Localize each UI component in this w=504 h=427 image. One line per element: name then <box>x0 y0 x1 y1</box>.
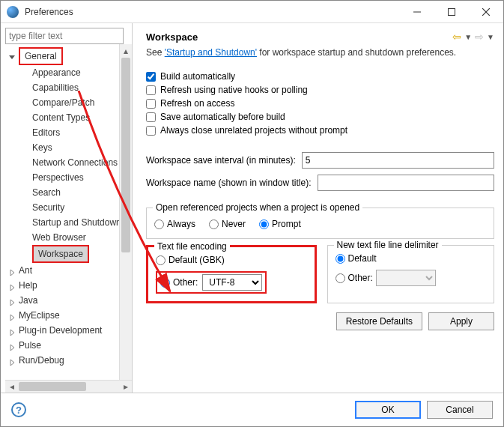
checkbox[interactable] <box>146 112 156 122</box>
filter-input[interactable] <box>5 28 124 44</box>
encoding-default-radio[interactable]: Default (GBK) <box>156 255 307 265</box>
tree-item[interactable]: Web Browser <box>22 230 132 245</box>
open-referenced-title: Open referenced projects when a project … <box>153 202 362 213</box>
encoding-other-row: Other: UTF-8 <box>156 271 267 294</box>
caret-right-icon[interactable] <box>8 326 16 333</box>
caret-right-icon[interactable] <box>8 266 16 273</box>
forward-icon[interactable]: ⇨ <box>475 31 484 43</box>
close-button[interactable] <box>469 1 503 22</box>
startup-shutdown-link[interactable]: 'Startup and Shutdown' <box>165 47 257 58</box>
scroll-thumb[interactable] <box>121 58 130 252</box>
tree-item[interactable]: Ant <box>8 263 132 278</box>
delimiter-group: New text file line delimiter Default Oth… <box>327 245 495 303</box>
caret-right-icon[interactable] <box>8 281 16 288</box>
window-title: Preferences <box>25 7 400 17</box>
back-menu-icon[interactable]: ▼ <box>464 33 472 41</box>
scroll-up-icon[interactable]: ▴ <box>120 44 132 57</box>
svg-rect-1 <box>449 8 455 15</box>
page-title: Workspace <box>146 31 452 43</box>
back-icon[interactable]: ⇦ <box>452 31 461 43</box>
tree-item[interactable]: Pulse <box>8 338 132 353</box>
tree-item[interactable]: Startup and Shutdown <box>22 215 132 230</box>
nav-arrows: ⇦ ▼ ⇨ ▼ <box>452 31 494 43</box>
workspace-name-input[interactable] <box>318 175 494 191</box>
dialog-body: GeneralAppearanceCapabilitiesCompare/Pat… <box>1 23 503 393</box>
tree-item[interactable]: General <box>8 47 132 65</box>
help-icon[interactable]: ? <box>11 402 26 417</box>
encoding-combo[interactable]: UTF-8 <box>202 274 262 291</box>
checkbox-row[interactable]: Refresh on access <box>146 98 494 109</box>
tree-item[interactable]: Help <box>8 278 132 293</box>
titlebar[interactable]: Preferences <box>1 1 503 23</box>
minimize-button[interactable] <box>400 1 434 22</box>
caret-right-icon[interactable] <box>8 356 16 363</box>
apply-button[interactable]: Apply <box>428 312 494 330</box>
tree-item[interactable]: Search <box>22 185 132 200</box>
tree-item[interactable]: Perspectives <box>22 170 132 185</box>
encoding-group: Text file encoding Default (GBK) Other: … <box>146 245 317 303</box>
forward-menu-icon[interactable]: ▼ <box>487 33 494 41</box>
vertical-scrollbar[interactable]: ▴ ▾ <box>119 44 132 393</box>
checkbox-row[interactable]: Refresh using native hooks or polling <box>146 85 494 95</box>
radio-option[interactable]: Always <box>154 219 195 229</box>
tree-item[interactable]: MyEclipse <box>8 308 132 323</box>
delimiter-other-radio[interactable]: Other: <box>336 270 487 286</box>
preferences-tree[interactable]: GeneralAppearanceCapabilitiesCompare/Pat… <box>5 47 132 368</box>
encoding-title: Text file encoding <box>154 241 230 252</box>
tree-item[interactable]: Appearance <box>22 65 132 80</box>
tree-item[interactable]: Workspace <box>22 245 132 263</box>
encoding-other-radio[interactable]: Other: <box>160 277 198 288</box>
preferences-window: Preferences GeneralAppearanceCapabilitie… <box>0 0 504 427</box>
radio-option[interactable]: Never <box>209 219 246 229</box>
checkbox[interactable] <box>146 126 156 136</box>
tree-item[interactable]: Java <box>8 293 132 308</box>
open-referenced-group: Open referenced projects when a project … <box>146 208 494 239</box>
caret-down-icon[interactable] <box>8 50 16 58</box>
checkbox[interactable] <box>146 99 156 109</box>
tree-item[interactable]: Network Connections <box>22 155 132 170</box>
tree-item[interactable]: Security <box>22 200 132 215</box>
delimiter-default-radio[interactable]: Default <box>336 253 487 264</box>
description: See 'Startup and Shutdown' for workspace… <box>146 47 494 58</box>
save-interval-input[interactable] <box>302 152 494 169</box>
delimiter-title: New text file line delimiter <box>334 240 442 250</box>
tree-wrap: GeneralAppearanceCapabilitiesCompare/Pat… <box>5 47 132 380</box>
window-controls <box>400 1 503 22</box>
app-icon <box>7 6 19 18</box>
maximize-button[interactable] <box>434 1 469 22</box>
footer: ? OK Cancel <box>1 393 503 426</box>
tree-item[interactable]: Content Types <box>22 110 132 125</box>
restore-defaults-button[interactable]: Restore Defaults <box>336 312 422 330</box>
scroll-thumb-h[interactable] <box>19 382 86 391</box>
checkbox-row[interactable]: Save automatically before build <box>146 112 494 122</box>
caret-right-icon[interactable] <box>8 296 16 303</box>
tree-item[interactable]: Capabilities <box>22 80 132 95</box>
save-interval-label: Workspace save interval (in minutes): <box>146 155 296 166</box>
tree-item[interactable]: Plug-in Development <box>8 323 132 338</box>
horizontal-scrollbar[interactable]: ◂ ▸ <box>5 380 132 393</box>
checkbox-group: Build automaticallyRefresh using native … <box>146 71 494 139</box>
open-referenced-radios: AlwaysNeverPrompt <box>154 219 486 229</box>
delimiter-combo <box>376 270 436 286</box>
tree-item[interactable]: Editors <box>22 125 132 140</box>
scroll-left-icon[interactable]: ◂ <box>5 381 18 393</box>
scroll-right-icon[interactable]: ▸ <box>119 381 132 393</box>
checkbox-row[interactable]: Always close unrelated projects without … <box>146 125 494 136</box>
cancel-button[interactable]: Cancel <box>427 401 493 419</box>
sidebar: GeneralAppearanceCapabilitiesCompare/Pat… <box>1 23 133 393</box>
checkbox[interactable] <box>146 85 156 95</box>
main-panel: Workspace ⇦ ▼ ⇨ ▼ See 'Startup and Shutd… <box>133 23 503 393</box>
tree-item[interactable]: Compare/Patch <box>22 95 132 110</box>
tree-item[interactable]: Run/Debug <box>8 353 132 368</box>
caret-right-icon[interactable] <box>8 341 16 348</box>
workspace-name-label: Workspace name (shown in window title): <box>146 178 312 188</box>
checkbox[interactable] <box>146 72 156 82</box>
radio-option[interactable]: Prompt <box>259 219 301 229</box>
caret-right-icon[interactable] <box>8 311 16 318</box>
ok-button[interactable]: OK <box>355 401 421 419</box>
tree-item[interactable]: Keys <box>22 140 132 155</box>
checkbox-row[interactable]: Build automatically <box>146 71 494 82</box>
